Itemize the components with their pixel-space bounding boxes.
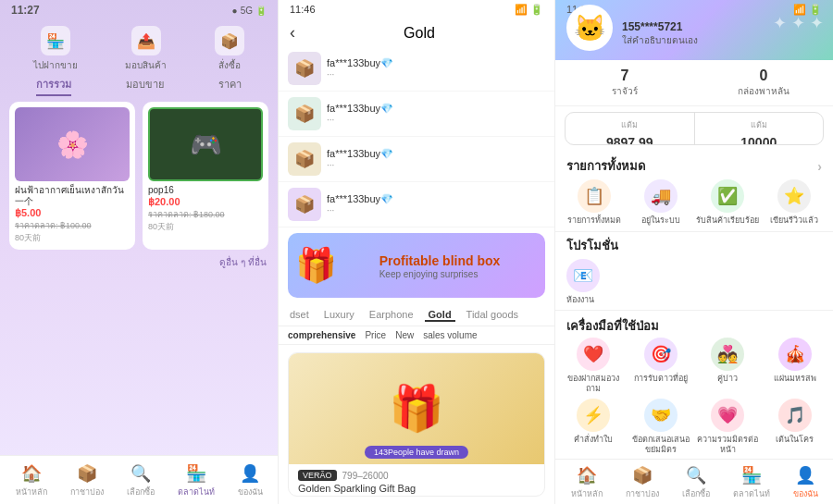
p2-product-card[interactable]: 🎁 143People have drawn VERÃO 799–26000 G… — [288, 352, 545, 497]
p2-chat2-info: fa***133buy💎 ··· — [327, 103, 545, 125]
p3-order-received[interactable]: ✅ รับสินค้าเรียบร้อย — [696, 179, 759, 226]
p3-tool-activity[interactable]: 🎯 การรับดาวที่อยู่ — [630, 338, 692, 394]
p2-chat-item-1[interactable]: 📦 fa***133buy💎 ··· — [279, 46, 554, 92]
p3-orders-arrow: › — [817, 159, 822, 174]
p1-card1-days: 80天前 — [15, 232, 130, 244]
p3-stat2-count: 0 — [760, 68, 768, 84]
p2-chat-item-4[interactable]: 📦 fa***133buy💎 ··· — [279, 182, 554, 227]
p3-order-received-label: รับสินค้าเรียบร้อย — [696, 215, 759, 226]
p3-order-reviewed-icon: ⭐ — [777, 179, 811, 213]
p2-product-sold: 12paragraph — [488, 496, 535, 497]
p3-header: 11:22 📶 🔋 ✦ ✦ ✦ 🐱 155****5721 ใส่คำอธิบา… — [555, 0, 833, 60]
p3-nav-browse-label: เลือกซื้อ — [682, 487, 710, 500]
p3-stat-2: 0 กล่องพาหลัน — [694, 68, 833, 98]
p1-nav-marketplace[interactable]: 🏪 ไปฝากขาย — [33, 26, 78, 72]
p3-nav-market-icon: 🏪 — [741, 465, 762, 486]
p1-nav-browse[interactable]: 🔍 เลือกซื้อ — [127, 463, 155, 498]
p3-order-all[interactable]: 📋 รายการทั้งหมด — [563, 179, 626, 226]
p1-card-2[interactable]: 🎮 pop16 ฿20.00 ราคาตลาด: ฿180.00 80天前 — [143, 102, 268, 250]
p1-nav-home[interactable]: 🏠 หน้าหลัก — [16, 463, 47, 498]
p1-nav-blindbox[interactable]: 📦 กาชาปอง — [70, 463, 104, 498]
p1-nav-send[interactable]: 📤 มอบสินค้า — [125, 26, 167, 72]
p3-collab-icon: 🤝 — [644, 399, 678, 432]
p3-user-id: 155****5721 — [622, 20, 698, 33]
p2-chat2-preview: ··· — [327, 115, 545, 125]
p3-balance-1: แต้ม 9897.99 เติมเงิน — [566, 113, 695, 144]
p1-tab-gareum[interactable]: การรวม — [36, 76, 71, 96]
p2-filter-price[interactable]: Price — [365, 330, 386, 340]
p3-tool-blind[interactable]: 🎪 แผ่นมหรสพ — [765, 338, 827, 394]
p2-price-row: VERÃO 799–26000 — [298, 470, 535, 481]
p3-tool-wishlist[interactable]: ❤️ ของฝากสมอวงถาม — [563, 338, 625, 394]
p2-chat-item-2[interactable]: 📦 fa***133buy💎 ··· — [279, 92, 554, 137]
p3-tool-love[interactable]: 💗 ความรวมมิตรต่อหน้า — [697, 399, 759, 455]
p3-order-pending-label: อยู่ในระบบ — [641, 215, 680, 226]
p1-status-bar: 11:27 ● 5G 🔋 — [0, 0, 278, 20]
p3-order-reviewed[interactable]: ⭐ เขียนรีวิวแล้ว — [763, 179, 826, 226]
p2-filter-comprehensive[interactable]: comprehensive — [288, 330, 355, 340]
p2-cat-luxury[interactable]: Luxury — [320, 307, 358, 322]
p2-cat-earphone[interactable]: Earphone — [366, 307, 417, 322]
p3-nav-browse[interactable]: 🔍 เลือกซื้อ — [682, 465, 710, 500]
p3-orders-label: รายการทั้งหมด — [566, 156, 645, 176]
p3-nav-browse-icon: 🔍 — [686, 465, 706, 486]
p3-promo-label: โปรโมชั่น — [566, 236, 822, 255]
p3-couple-icon: 💑 — [711, 338, 744, 371]
p3-balance-2: แต้ม 10000 แลกคืน — [695, 113, 824, 144]
p3-nav-market[interactable]: 🏪 ตลาดไนท์ — [733, 465, 770, 500]
p3-bal2-amount: 10000 — [740, 135, 777, 145]
p2-cat-dset[interactable]: dset — [286, 307, 313, 322]
p3-orders-header[interactable]: รายการทั้งหมด › — [555, 151, 833, 179]
p3-bal1-label: แต้ม — [621, 118, 638, 131]
p3-role-icon: 🎵 — [778, 399, 812, 432]
p1-nav-orders[interactable]: 📦 สั่งซื้อ — [215, 26, 244, 72]
p3-deals-label: คำสั่งทำใบ — [574, 435, 613, 445]
p2-status-bar: 11:46 📶 🔋 — [279, 0, 554, 19]
p1-nav-market[interactable]: 🏪 ตลาดไนท์ — [178, 463, 215, 498]
p1-card2-days: 80天前 — [148, 221, 263, 233]
p1-card2-title: pop16 — [148, 185, 263, 196]
p3-order-pending[interactable]: 🚚 อยู่ในระบบ — [629, 179, 692, 226]
p2-chat-item-3[interactable]: 📦 fa***133buy💎 ··· — [279, 137, 554, 182]
p3-tools-grid: ❤️ ของฝากสมอวงถาม 🎯 การรับดาวที่อยู่ 💑 ค… — [555, 338, 833, 459]
p1-nav-marketplace-label: ไปฝากขาย — [33, 58, 78, 72]
p1-card2-orig: ราคาตลาด: ฿180.00 — [148, 208, 263, 221]
p2-banner-title: Profitable blind box — [379, 252, 501, 269]
p2-cat-gold[interactable]: Gold — [425, 307, 455, 322]
p3-bottom-nav: 🏠 หน้าหลัก 📦 กาชาปอง 🔍 เลือกซื้อ 🏪 ตลาดไ… — [555, 459, 833, 504]
p3-tool-role[interactable]: 🎵 เต้นในโคร — [765, 399, 827, 455]
p3-balance: แต้ม 9897.99 เติมเงิน แต้ม 10000 แลกคืน — [565, 112, 824, 145]
p3-nav-profile[interactable]: 👤 ของฉัน — [793, 465, 818, 500]
p2-filter-row: comprehensive Price New sales volume — [279, 326, 554, 345]
p3-promo-item-label: ห้องงาน — [566, 295, 594, 305]
p2-banner-emoji: 🎁 — [295, 246, 337, 285]
p3-order-pending-icon: 🚚 — [644, 179, 678, 213]
p1-nav-blindbox-label: กาชาปอง — [70, 486, 104, 498]
p2-chat1-name: fa***133buy💎 — [327, 57, 545, 69]
p1-card-1[interactable]: 🌸 ฝนฟ้าอากาศเย็นเหงาสักวัน一个 ฿5.00 ราคาต… — [9, 102, 135, 250]
p3-nav-home[interactable]: 🏠 หน้าหลัก — [571, 465, 603, 500]
p1-orders-icon: 📦 — [215, 26, 244, 55]
p3-promo-item[interactable]: 📧 ห้องงาน — [566, 259, 822, 305]
p3-tool-collab[interactable]: 🤝 ข้อตกเสนอเสนอขย่มมิตร — [630, 399, 692, 455]
p1-tab-price[interactable]: ราคา — [218, 76, 242, 96]
p1-card1-orig: ราคาตลาด: ฿100.00 — [15, 219, 130, 232]
p3-tool-couple[interactable]: 💑 คู่บ่าว — [697, 338, 759, 394]
p3-nav-blindbox-label: กาชาปอง — [626, 487, 659, 500]
p2-cat-tidal[interactable]: Tidal goods — [463, 307, 522, 322]
p1-see-more[interactable]: ดูอื่น ๆ ที่อื่น — [0, 250, 278, 275]
p1-signal-icon: ● — [232, 6, 238, 16]
p3-nav-blindbox[interactable]: 📦 กาชาปอง — [626, 465, 659, 500]
p1-nav-profile[interactable]: 👤 ของฉัน — [238, 463, 263, 498]
p1-top-nav: 🏪 ไปฝากขาย 📤 มอบสินค้า 📦 สั่งซื้อ — [0, 20, 278, 76]
p2-filter-sales[interactable]: sales volume — [423, 330, 477, 340]
p1-tab-mob[interactable]: มอบขาย — [126, 76, 164, 96]
p1-nav-home-label: หน้าหลัก — [16, 486, 47, 498]
p3-nav-home-icon: 🏠 — [577, 465, 597, 486]
p3-tool-deals[interactable]: ⚡ คำสั่งทำใบ — [563, 399, 625, 455]
p2-filter-new[interactable]: New — [395, 330, 414, 340]
p1-cards-row: 🌸 ฝนฟ้าอากาศเย็นเหงาสักวัน一个 ฿5.00 ราคาต… — [0, 102, 278, 250]
p3-blind-label: แผ่นมหรสพ — [774, 374, 816, 384]
p2-draw-badge: 143People have drawn — [365, 446, 468, 459]
panel-2: 11:46 📶 🔋 ‹ Gold 📦 fa***133buy💎 ··· 📦 fa… — [278, 0, 555, 504]
